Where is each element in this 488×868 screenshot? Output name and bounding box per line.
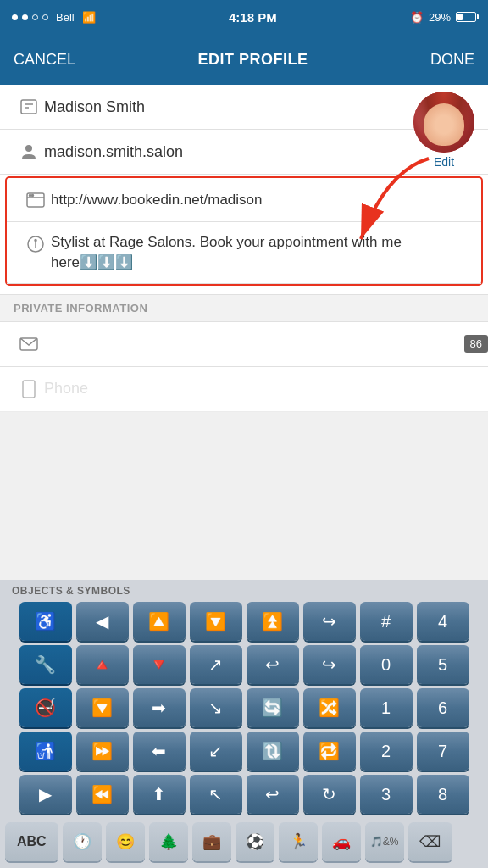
status-bar: Bell 📶 4:18 PM ⏰ 29% [0, 0, 488, 34]
nav-bar: CANCEL EDIT PROFILE DONE [0, 34, 488, 85]
keyboard-row-2: 🔧 🔺 🔻 ↗ ↩ ↪ 0 5 [5, 645, 483, 684]
wifi-icon: 📶 [82, 11, 96, 24]
key-litter[interactable]: 🚮 [19, 732, 72, 771]
key-nosmoking[interactable]: 🚭 [19, 688, 72, 727]
name-value: Madison Smith [44, 98, 403, 116]
bio-value[interactable]: Stylist at Rage Salons. Book your appoin… [51, 232, 468, 273]
key-se-arrow[interactable]: ↘ [190, 688, 242, 727]
bio-row[interactable]: Stylist at Rage Salons. Book your appoin… [7, 222, 481, 284]
key-curved-right[interactable]: ↪ [303, 645, 356, 684]
battery-icon [456, 12, 476, 22]
key-2[interactable]: 2 [360, 732, 413, 771]
key-symbols[interactable]: 🎵&% [365, 822, 404, 861]
svg-point-4 [25, 145, 32, 152]
key-0[interactable]: 0 [360, 645, 413, 684]
key-emoji[interactable]: 😊 [106, 822, 145, 861]
key-3[interactable]: 3 [360, 775, 413, 814]
key-double-up[interactable]: ⏫ [247, 602, 299, 641]
keyboard-row-5: ▶ ⏪ ⬆ ↖ ↩ ↻ 3 8 [5, 775, 483, 814]
email-icon [14, 334, 44, 354]
keyboard-grid: ♿ ◀ 🔼 🔽 ⏫ ↪ # 4 🔧 🔺 🔻 ↗ ↩ ↪ 0 5 🚭 🔽 ➡ ↘ … [0, 600, 488, 819]
key-clock[interactable]: 🕐 [63, 822, 102, 861]
key-left-arrow-2[interactable]: ⬅ [133, 732, 186, 771]
svg-point-12 [35, 240, 36, 242]
svg-point-9 [32, 194, 34, 196]
phone-value[interactable]: Phone [44, 380, 474, 398]
done-button[interactable]: DONE [430, 51, 474, 69]
key-1[interactable]: 1 [360, 688, 413, 727]
key-nw-arrow[interactable]: ↖ [190, 775, 242, 814]
phone-row[interactable]: Phone [0, 367, 488, 412]
phone-icon [14, 379, 44, 399]
key-car[interactable]: 🚗 [322, 822, 361, 861]
avatar [413, 92, 474, 153]
key-right-arrow[interactable]: ➡ [133, 688, 186, 727]
key-sw-arrow[interactable]: ↙ [190, 732, 242, 771]
bio-icon [20, 234, 51, 254]
keyboard-area: OBJECTS & SYMBOLS ♿ ◀ 🔼 🔽 ⏫ ↪ # 4 🔧 🔺 🔻 … [0, 580, 488, 868]
key-abc[interactable]: ABC [5, 822, 58, 861]
key-curved-arrow[interactable]: ↪ [303, 602, 356, 641]
signal-dot-2 [22, 14, 28, 20]
avatar-face [413, 92, 474, 153]
key-5[interactable]: 5 [417, 645, 469, 684]
key-redo[interactable]: ↻ [303, 775, 356, 814]
delete-key[interactable]: ⌫ [408, 822, 452, 861]
key-fastforward[interactable]: ⏩ [76, 732, 129, 771]
key-rewind[interactable]: ⏪ [76, 775, 129, 814]
profile-section: Madison Smith madison.smith.salon Edit [0, 85, 488, 412]
key-up-arrow[interactable]: 🔼 [133, 602, 186, 641]
url-icon [20, 190, 51, 210]
key-refresh[interactable]: 🔄 [247, 688, 299, 727]
svg-rect-14 [23, 381, 35, 398]
key-play[interactable]: ▶ [19, 775, 72, 814]
key-down-triangle[interactable]: 🔻 [133, 645, 186, 684]
avatar-container: Edit [413, 92, 474, 169]
avatar-skin [424, 103, 464, 146]
key-up-triangle[interactable]: 🔺 [76, 645, 129, 684]
keyboard-section-label: OBJECTS & SYMBOLS [0, 580, 488, 600]
name-icon [14, 97, 44, 117]
username-value: madison.smith.salon [44, 143, 403, 161]
url-value[interactable]: http://www.bookedin.net/madison [51, 192, 468, 209]
char-count: 86 [464, 335, 488, 353]
key-briefcase[interactable]: 💼 [192, 822, 231, 861]
keyboard-row-3: 🚭 🔽 ➡ ↘ 🔄 🔀 1 6 [5, 688, 483, 727]
key-ne-arrow[interactable]: ↗ [190, 645, 242, 684]
key-shuffle[interactable]: 🔀 [303, 688, 356, 727]
key-4[interactable]: 4 [417, 602, 469, 641]
key-undo[interactable]: ↩ [247, 775, 299, 814]
status-time: 4:18 PM [229, 10, 277, 25]
page-title: EDIT PROFILE [198, 51, 308, 69]
carrier-label: Bell [56, 11, 75, 24]
svg-rect-0 [21, 100, 36, 114]
keyboard-row-4: 🚮 ⏩ ⬅ ↙ 🔃 🔁 2 7 [5, 732, 483, 771]
key-return-arrow[interactable]: ↩ [247, 645, 299, 684]
key-left-arrow[interactable]: ◀ [76, 602, 129, 641]
signal-dot-1 [12, 14, 18, 20]
key-sport[interactable]: ⚽ [236, 822, 274, 861]
key-tree[interactable]: 🌲 [149, 822, 188, 861]
key-wrench[interactable]: 🔧 [19, 645, 72, 684]
key-wheelchair[interactable]: ♿ [19, 602, 72, 641]
key-reload[interactable]: 🔃 [247, 732, 299, 771]
username-icon [14, 142, 44, 162]
key-6[interactable]: 6 [417, 688, 469, 727]
highlight-box: http://www.bookedin.net/madison Stylist … [5, 176, 483, 286]
email-row[interactable]: 86 [0, 322, 488, 367]
alarm-icon: ⏰ [410, 11, 424, 24]
keyboard-row-1: ♿ ◀ 🔼 🔽 ⏫ ↪ # 4 [5, 602, 483, 641]
key-hash[interactable]: # [360, 602, 413, 641]
signal-dot-4 [42, 14, 48, 20]
key-8[interactable]: 8 [417, 775, 469, 814]
key-up-arrow-2[interactable]: ⬆ [133, 775, 186, 814]
key-runner[interactable]: 🏃 [279, 822, 318, 861]
key-down-arrow-1[interactable]: 🔽 [190, 602, 242, 641]
key-repeat[interactable]: 🔁 [303, 732, 356, 771]
key-7[interactable]: 7 [417, 732, 469, 771]
url-row[interactable]: http://www.bookedin.net/madison [7, 178, 481, 222]
edit-avatar-button[interactable]: Edit [434, 155, 454, 169]
svg-point-8 [30, 194, 31, 196]
cancel-button[interactable]: CANCEL [14, 51, 75, 69]
key-down-arrow-2[interactable]: 🔽 [76, 688, 129, 727]
